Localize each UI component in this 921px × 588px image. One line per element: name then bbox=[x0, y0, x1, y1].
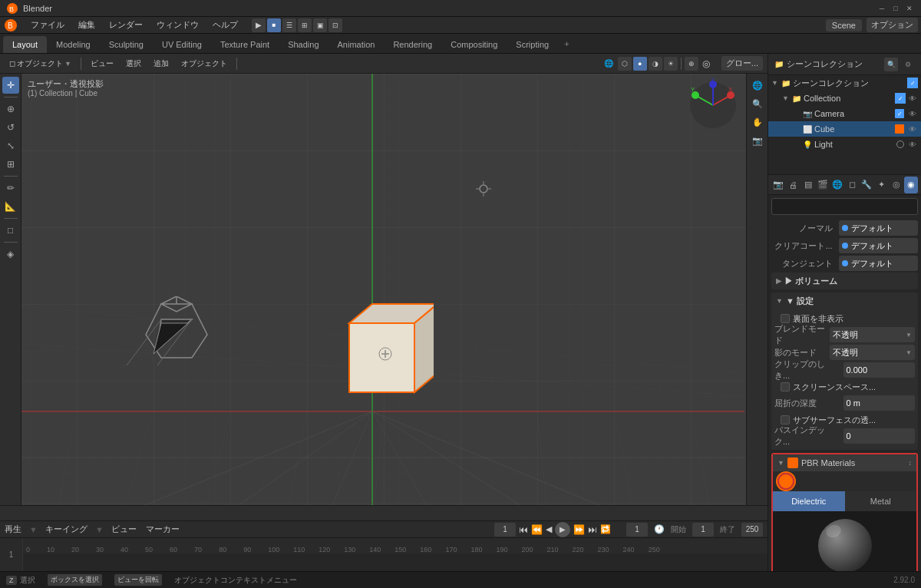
viewport-3d[interactable]: ✛ ⊕ ↺ ⤡ ⊞ ✏ 📐 □ ◈ 🌐 🔍 bbox=[0, 74, 768, 505]
tangent-value[interactable]: デフォルト bbox=[839, 256, 918, 271]
collection-visibility-checkbox[interactable]: ✓ bbox=[895, 93, 906, 104]
tab-rendering[interactable]: Rendering bbox=[384, 36, 441, 53]
viewport-overlay-icon[interactable]: 🌐 bbox=[601, 58, 616, 69]
scene-visibility-checkbox[interactable]: ✓ bbox=[907, 78, 918, 88]
timeline-view-menu[interactable]: ビュー bbox=[111, 524, 137, 535]
select-menu[interactable]: 選択 bbox=[121, 57, 146, 71]
start-frame-input[interactable]: 1 bbox=[692, 523, 714, 537]
next-keyframe-btn[interactable]: ⏩ bbox=[573, 524, 585, 535]
camera-restrict-icon[interactable]: ✓ bbox=[895, 109, 904, 118]
prop-tab-particles[interactable]: ✦ bbox=[874, 177, 888, 193]
view-all-icon[interactable]: 🌐 bbox=[749, 77, 766, 94]
backface-checkbox[interactable] bbox=[781, 314, 790, 323]
tab-uv-editing[interactable]: UV Editing bbox=[153, 36, 211, 53]
prev-keyframe-btn[interactable]: ⏪ bbox=[531, 524, 543, 535]
close-button[interactable]: ✕ bbox=[904, 3, 915, 14]
prop-tab-view-layer[interactable]: ▤ bbox=[801, 177, 814, 193]
timeline-play-menu[interactable]: 再生 bbox=[5, 524, 21, 535]
subsurface-checkbox[interactable] bbox=[781, 415, 790, 424]
screenspace-checkbox[interactable] bbox=[781, 382, 790, 391]
zoom-icon[interactable]: 🔍 bbox=[749, 95, 766, 112]
viewport-gizmo[interactable]: X Y Z bbox=[686, 78, 740, 132]
collection-eye-icon[interactable]: 👁 bbox=[907, 93, 918, 104]
grab-tool[interactable]: ◈ bbox=[2, 246, 19, 263]
cursor-tool[interactable]: ✛ bbox=[2, 77, 19, 94]
jump-start-btn[interactable]: ⏮ bbox=[519, 524, 528, 535]
clearcoat-value[interactable]: デフォルト bbox=[839, 238, 918, 253]
loop-btn[interactable]: 🔁 bbox=[600, 524, 611, 534]
properties-search-input[interactable] bbox=[771, 198, 918, 215]
timeline-keying-menu[interactable]: キーイング bbox=[45, 524, 87, 535]
toolbar-icon-3[interactable]: ☰ bbox=[282, 18, 296, 32]
tab-sculpting[interactable]: Sculpting bbox=[100, 36, 153, 53]
blend-mode-value[interactable]: 不透明 ▼ bbox=[830, 327, 915, 342]
add-workspace-button[interactable]: + bbox=[558, 34, 575, 53]
tab-modeling[interactable]: Modeling bbox=[47, 36, 100, 53]
rotate-view-icon[interactable]: 📷 bbox=[749, 132, 766, 149]
outliner-item-cube[interactable]: ▶ ⬜ Cube 👁 bbox=[768, 121, 921, 137]
transform-tool[interactable]: ⊞ bbox=[2, 156, 19, 173]
prop-tab-scene[interactable]: 🎬 bbox=[816, 177, 830, 193]
view-menu[interactable]: ビュー bbox=[86, 57, 118, 71]
global-selector[interactable]: グロー... bbox=[721, 56, 763, 71]
move-tool[interactable]: ⊕ bbox=[2, 101, 19, 117]
prop-tab-render[interactable]: 📷 bbox=[771, 177, 785, 193]
normal-value[interactable]: デフォルト bbox=[839, 220, 918, 236]
viewport-shading-mat[interactable]: ◑ bbox=[649, 57, 662, 71]
pbr-tab-dielectric[interactable]: Dielectric bbox=[773, 491, 845, 511]
viewport-shading-solid[interactable]: ● bbox=[633, 57, 647, 71]
prop-tab-object[interactable]: ◻ bbox=[845, 177, 859, 193]
outliner-item-scene-collection[interactable]: ▼ 📁 シーンコレクション ✓ bbox=[768, 75, 921, 91]
prop-tab-world[interactable]: 🌐 bbox=[830, 177, 844, 193]
tab-layout[interactable]: Layout bbox=[3, 36, 47, 53]
menu-window[interactable]: ウィンドウ bbox=[150, 18, 205, 32]
tab-animation[interactable]: Animation bbox=[328, 36, 385, 53]
minimize-button[interactable]: ─ bbox=[876, 3, 887, 14]
measure-tool[interactable]: 📐 bbox=[2, 198, 19, 215]
prop-tab-physics[interactable]: ◎ bbox=[890, 177, 903, 193]
rotate-tool[interactable]: ↺ bbox=[2, 119, 19, 136]
frame-start-input[interactable]: 1 bbox=[494, 523, 516, 537]
tab-texture-paint[interactable]: Texture Paint bbox=[211, 36, 279, 53]
pbr-tab-metal[interactable]: Metal bbox=[845, 491, 917, 511]
toolbar-icon-6[interactable]: ⊡ bbox=[328, 18, 342, 32]
pass-index-value[interactable]: 0 bbox=[843, 428, 916, 444]
option-label[interactable]: オプション bbox=[867, 18, 918, 32]
scale-tool[interactable]: ⤡ bbox=[2, 137, 19, 154]
snap-icon[interactable]: ⊕ bbox=[685, 57, 698, 71]
timeline-ruler[interactable]: 0 10 20 30 40 50 60 70 80 90 100 bbox=[23, 538, 768, 553]
jump-end-btn[interactable]: ⏭ bbox=[588, 524, 597, 535]
menu-file[interactable]: ファイル bbox=[25, 18, 71, 32]
viewport-shading-render[interactable]: ☀ bbox=[664, 57, 678, 71]
proportional-edit-icon[interactable]: ◎ bbox=[700, 58, 712, 69]
outliner-search-icon[interactable]: 🔍 bbox=[884, 58, 898, 71]
annotate-tool[interactable]: ✏ bbox=[2, 180, 19, 197]
mode-selector[interactable]: ◻ オブジェクト ▼ bbox=[5, 57, 76, 71]
pan-icon[interactable]: ✋ bbox=[749, 114, 766, 130]
outliner-filter-icon[interactable]: ⚙ bbox=[901, 58, 915, 71]
toolbar-icon-1[interactable]: ▶ bbox=[252, 18, 266, 32]
volume-section-header[interactable]: ▶ ▶ ボリューム bbox=[771, 273, 918, 289]
menu-render[interactable]: レンダー bbox=[103, 18, 149, 32]
toolbar-icon-2[interactable]: ■ bbox=[267, 18, 281, 32]
maximize-button[interactable]: □ bbox=[890, 3, 901, 14]
toolbar-icon-5[interactable]: ▣ bbox=[313, 18, 327, 32]
viewport-shading-wire[interactable]: ⬡ bbox=[618, 57, 632, 71]
tab-shading[interactable]: Shading bbox=[279, 36, 328, 53]
outliner-item-camera[interactable]: ▶ 📷 Camera ✓ 👁 bbox=[768, 106, 921, 121]
menu-edit[interactable]: 編集 bbox=[72, 18, 101, 32]
prop-tab-modifier[interactable]: 🔧 bbox=[860, 177, 873, 193]
menu-help[interactable]: ヘルプ bbox=[206, 18, 244, 32]
shadow-mode-value[interactable]: 不透明 ▼ bbox=[830, 345, 915, 360]
play-reverse-btn[interactable]: ◀ bbox=[546, 524, 552, 534]
prop-tab-output[interactable]: 🖨 bbox=[786, 177, 800, 193]
outliner-item-light[interactable]: ▶ 💡 Light 👁 bbox=[768, 137, 921, 152]
settings-section-header[interactable]: ▼ ▼ 設定 bbox=[771, 292, 918, 309]
toolbar-icon-4[interactable]: ⊞ bbox=[298, 18, 312, 32]
camera-eye-icon[interactable]: 👁 bbox=[907, 108, 918, 119]
tab-compositing[interactable]: Compositing bbox=[441, 36, 507, 53]
clip-value[interactable]: 0.000 bbox=[843, 362, 916, 378]
add-menu[interactable]: 追加 bbox=[149, 57, 173, 71]
outliner-item-collection[interactable]: ▼ 📁 Collection ✓ 👁 bbox=[768, 91, 921, 106]
play-btn[interactable]: ▶ bbox=[555, 522, 570, 537]
